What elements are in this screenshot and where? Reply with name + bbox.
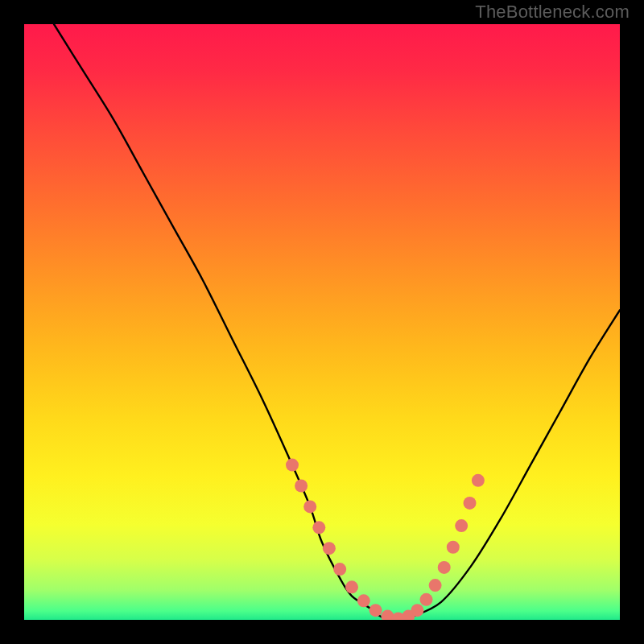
highlight-marker [464, 497, 477, 510]
highlight-marker [323, 542, 336, 555]
chart-container: TheBottleneck.com [0, 0, 644, 644]
highlight-marker [472, 474, 485, 487]
highlight-marker [333, 563, 346, 576]
highlight-marker [429, 579, 442, 592]
highlight-marker [411, 604, 423, 617]
highlight-marker [357, 594, 370, 607]
highlight-marker [303, 500, 316, 513]
highlight-marker [438, 561, 451, 574]
highlight-marker [295, 480, 308, 493]
highlight-marker [286, 459, 299, 472]
plot-area [24, 24, 620, 620]
watermark-text: TheBottleneck.com [475, 2, 630, 23]
highlight-marker [369, 604, 382, 617]
plot-svg [24, 24, 620, 620]
highlight-marker [345, 580, 358, 593]
highlight-marker [420, 593, 433, 606]
highlight-marker [455, 519, 468, 532]
highlight-marker [312, 521, 325, 534]
highlight-marker [447, 541, 460, 554]
